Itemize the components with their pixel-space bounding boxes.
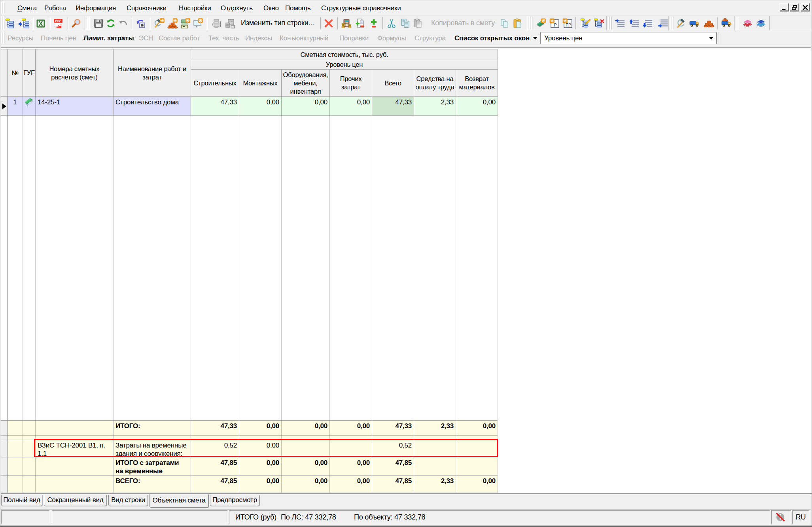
tree-delete-button[interactable] — [593, 17, 605, 29]
hammer-sickle-button[interactable] — [676, 17, 687, 29]
footer-value: 0,00 — [357, 477, 370, 485]
minimize-button[interactable] — [780, 3, 789, 11]
menu-Работа[interactable]: Работа — [44, 1, 66, 15]
row-cell-mount[interactable]: 0,00 — [239, 97, 282, 116]
column-header-other[interactable]: Прочих затрат — [330, 70, 372, 97]
indent-down-button[interactable] — [642, 17, 654, 29]
column-header-build[interactable]: Строительных — [191, 70, 239, 97]
comment-gear-button[interactable] — [192, 17, 204, 29]
column-header-equip[interactable]: Оборудования, мебели, инвентаря — [282, 70, 330, 97]
copy-button[interactable] — [399, 17, 411, 29]
paste-clipboard-button[interactable] — [512, 17, 524, 29]
toolbar-button-Изменить тип строки...[interactable]: Изменить тип строки... — [241, 15, 314, 31]
column-header-labor[interactable]: Средства на оплату труда — [414, 70, 456, 97]
column-header-icon[interactable]: ГУF — [23, 49, 36, 97]
bricks-gear-button[interactable] — [167, 17, 178, 29]
pdf-button[interactable]: PDF — [52, 17, 64, 29]
search-button[interactable] — [70, 17, 82, 29]
combobox-arrow-icon[interactable] — [709, 37, 713, 40]
view-button-Тех. часть[interactable]: Тех. часть — [208, 32, 239, 45]
excel-button[interactable] — [35, 17, 47, 29]
view-button-Список открытых окон[interactable]: Список открытых окон — [454, 32, 538, 45]
view-button-Ресурсы[interactable]: Ресурсы — [8, 32, 34, 45]
restore-button[interactable] — [790, 3, 799, 11]
view-button-label: Лимит. затраты — [83, 34, 134, 42]
column-header-mount[interactable]: Монтажных — [239, 70, 282, 97]
column-header-return[interactable]: Возврат материалов — [456, 70, 498, 97]
menu-Структурные справочники[interactable]: Структурные справочники — [321, 1, 401, 15]
book-gear-button[interactable] — [535, 17, 547, 29]
view-button-Индексы[interactable]: Индексы — [245, 32, 272, 45]
tab-Объектная смета[interactable]: Объектная смета — [150, 494, 208, 508]
menu-Настройки[interactable]: Настройки — [179, 1, 211, 15]
cabinet-gear-button[interactable] — [179, 17, 191, 29]
delete-x-button[interactable] — [323, 17, 335, 29]
hammer-gear-button[interactable] — [153, 17, 165, 29]
truck-button[interactable] — [689, 17, 700, 29]
view-button-Состав работ[interactable]: Состав работ — [159, 32, 200, 45]
books-pink-button[interactable] — [742, 17, 753, 29]
box-pr-button[interactable]: ПР — [562, 17, 574, 29]
close-button[interactable] — [801, 3, 810, 11]
row-cell-numbers[interactable]: 14-25-1 — [36, 97, 114, 116]
doc-plus-minus-button[interactable] — [354, 17, 366, 29]
menu-Информация[interactable]: Информация — [76, 1, 116, 15]
indent-last-button[interactable] — [657, 17, 669, 29]
view-button-Структура[interactable]: Структура — [415, 32, 446, 45]
cut-button[interactable] — [386, 17, 397, 29]
tree-structure-button[interactable] — [4, 17, 16, 29]
view-button-Панель цен[interactable]: Панель цен — [41, 32, 76, 45]
bricks-button[interactable] — [703, 17, 715, 29]
view-button-ЭСН[interactable]: ЭСН — [139, 32, 153, 45]
save-button[interactable] — [93, 17, 104, 29]
footer-cell-return — [456, 457, 498, 476]
column-header-total[interactable]: Всего — [372, 70, 414, 97]
column-header-name[interactable]: Наименование работ и затрат — [114, 49, 191, 97]
menu-Помощь[interactable]: Помощь — [285, 1, 310, 15]
view-button-Лимит. затраты[interactable]: Лимит. затраты — [83, 32, 134, 45]
column-header-numbers[interactable]: Номера сметных расчетов (смет) — [36, 49, 114, 97]
tree-import-button[interactable] — [18, 17, 30, 29]
view-button-Формулы[interactable]: Формулы — [377, 32, 406, 45]
truck-loaded-button[interactable] — [721, 17, 733, 29]
toolbar-views: РесурсыПанель ценЛимит. затратыЭСНСостав… — [1, 32, 811, 45]
indent-first-button[interactable] — [614, 17, 626, 29]
menu-Смета[interactable]: Смета — [17, 1, 37, 15]
menu-Справочники[interactable]: Справочники — [127, 1, 167, 15]
row-cell-labor[interactable]: 2,33 — [414, 97, 456, 116]
row-cell-name[interactable]: Строительство дома — [114, 97, 191, 116]
copy-pages-button[interactable] — [499, 17, 511, 29]
footer-cell-icon — [23, 476, 36, 493]
row-cell-num[interactable]: 1 — [8, 97, 23, 116]
tab-Полный вид[interactable]: Полный вид — [1, 495, 42, 506]
row-cell-other[interactable]: 0,00 — [330, 97, 372, 116]
footer-cell-labor — [414, 457, 456, 476]
menu-Отдохнуть[interactable]: Отдохнуть — [221, 1, 253, 15]
row-cell-total[interactable]: 47,33 — [372, 97, 414, 116]
refresh-button[interactable] — [105, 17, 117, 29]
price-level-combobox[interactable]: Уровень цен — [540, 32, 717, 44]
column-header-indicator[interactable] — [1, 49, 8, 97]
calculator-coins-button[interactable] — [341, 17, 352, 29]
column-header-num[interactable]: № — [8, 49, 23, 97]
undo-cell-button[interactable] — [135, 17, 147, 29]
tree-edit-button[interactable] — [579, 17, 591, 29]
plus-minus-button[interactable] — [368, 17, 380, 29]
menu-Окно[interactable]: Окно — [263, 1, 279, 15]
undo-button[interactable] — [117, 17, 129, 29]
tab-Сокращенный вид[interactable]: Сокращенный вид — [44, 495, 107, 506]
row-cell-indicator[interactable] — [1, 97, 8, 116]
box-p-button[interactable]: P — [549, 17, 560, 29]
view-button-Поправки[interactable]: Поправки — [339, 32, 369, 45]
row-cell-return[interactable]: 0,00 — [456, 97, 498, 116]
tab-Предпросмотр[interactable]: Предпросмотр — [210, 495, 259, 506]
row-cell-equip[interactable]: 0,00 — [282, 97, 330, 116]
row-cell-build[interactable]: 47,33 — [191, 97, 239, 116]
books-blue-button[interactable] — [755, 17, 767, 29]
footer-cell-labor: 2,33 — [414, 476, 456, 493]
tab-Вид строки[interactable]: Вид строки — [108, 495, 148, 506]
row-value-labor: 2,33 — [441, 98, 454, 106]
row-cell-icon[interactable] — [23, 97, 36, 116]
indent-up-button[interactable] — [628, 17, 640, 29]
view-button-Конъюнктурный[interactable]: Конъюнктурный — [280, 32, 328, 45]
